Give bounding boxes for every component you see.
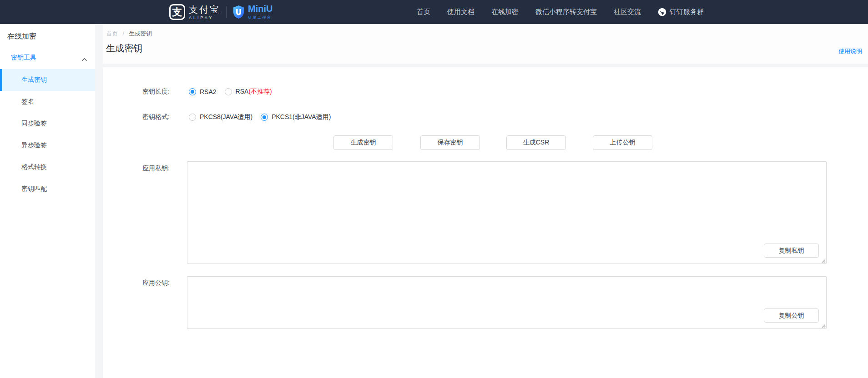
- public-key-label: 应用公钥:: [142, 279, 170, 287]
- miniu-wordmark: MiniU 研发工作台: [248, 4, 273, 20]
- radio-circle-checked-icon: [189, 88, 196, 95]
- nav-item-home[interactable]: 首页: [417, 8, 430, 16]
- alipay-en-text: ALIPAY: [189, 15, 220, 20]
- sidebar-item-sync-verify[interactable]: 同步验签: [0, 113, 95, 134]
- copy-public-key-button[interactable]: 复制公钥: [764, 308, 819, 323]
- generate-csr-button[interactable]: 生成CSR: [506, 135, 566, 150]
- chevron-up-icon: [82, 55, 87, 63]
- upload-public-key-button[interactable]: 上传公钥: [593, 135, 652, 150]
- breadcrumb: 首页 / 生成密钥: [106, 30, 151, 38]
- not-recommended-text: (不推荐): [248, 88, 272, 95]
- sidebar-title: 在线加密: [7, 32, 36, 41]
- radio-pkcs8[interactable]: PKCS8(JAVA适用): [189, 113, 252, 121]
- breadcrumb-separator: /: [122, 30, 124, 37]
- sidebar-group-key-tools[interactable]: 密钥工具: [0, 49, 95, 67]
- key-format-row: 密钥格式: PKCS8(JAVA适用) PKCS1(非JAVA适用): [103, 110, 868, 124]
- nav-item-community[interactable]: 社区交流: [614, 8, 641, 16]
- private-key-label: 应用私钥:: [142, 164, 170, 173]
- key-format-label: 密钥格式:: [142, 110, 170, 124]
- save-key-button[interactable]: 保存密钥: [420, 135, 480, 150]
- key-length-radio-group: RSA2 RSA(不推荐): [189, 85, 272, 99]
- key-generate-form: 密钥长度: RSA2 RSA(不推荐) 密钥格式: PKCS8(JAVA适用): [103, 67, 868, 378]
- sidebar-item-generate-key[interactable]: 生成密钥: [0, 69, 95, 91]
- miniu-name-text: MiniU: [248, 4, 273, 13]
- sidebar: 在线加密 密钥工具 生成密钥 签名 同步验签 异步验签 格式转换 密钥匹配: [0, 24, 95, 378]
- generate-key-button[interactable]: 生成密钥: [333, 135, 393, 150]
- top-navbar: 支 支付宝 ALIPAY MiniU: [0, 0, 868, 24]
- sidebar-menu: 生成密钥 签名 同步验签 异步验签 格式转换 密钥匹配: [0, 69, 95, 200]
- public-key-area: 复制公钥: [187, 276, 827, 329]
- nav-item-wechat-to-alipay[interactable]: 微信小程序转支付宝: [535, 8, 597, 16]
- page-header: 首页 / 生成密钥 生成密钥 使用说明: [103, 24, 868, 64]
- nav-item-dingtalk-group[interactable]: 钉钉服务群: [658, 8, 704, 16]
- sidebar-item-key-match[interactable]: 密钥匹配: [0, 178, 95, 200]
- key-length-row: 密钥长度: RSA2 RSA(不推荐): [103, 85, 868, 99]
- key-format-radio-group: PKCS8(JAVA适用) PKCS1(非JAVA适用): [189, 110, 331, 124]
- page-title: 生成密钥: [106, 42, 142, 55]
- radio-rsa[interactable]: RSA(不推荐): [225, 88, 272, 96]
- sidebar-item-async-verify[interactable]: 异步验签: [0, 134, 95, 156]
- nav-item-docs[interactable]: 使用文档: [447, 8, 474, 16]
- sidebar-item-sign[interactable]: 签名: [0, 91, 95, 113]
- radio-circle-icon: [189, 114, 196, 121]
- private-key-textarea[interactable]: [187, 161, 827, 264]
- resize-grip-icon[interactable]: [821, 323, 826, 328]
- radio-pkcs1[interactable]: PKCS1(非JAVA适用): [261, 113, 331, 121]
- alipay-cn-text: 支付宝: [189, 5, 220, 15]
- breadcrumb-home-link[interactable]: 首页: [106, 30, 118, 37]
- sidebar-group-label: 密钥工具: [11, 54, 36, 62]
- breadcrumb-current: 生成密钥: [129, 30, 151, 37]
- resize-grip-icon[interactable]: [821, 258, 826, 263]
- dingtalk-icon: [658, 8, 666, 16]
- copy-private-key-button[interactable]: 复制私钥: [764, 244, 819, 258]
- brand: 支 支付宝 ALIPAY MiniU: [169, 0, 273, 24]
- nav-item-online-encrypt[interactable]: 在线加密: [491, 8, 519, 16]
- miniu-shield-icon: [232, 5, 245, 19]
- miniu-subtitle-text: 研发工作台: [248, 15, 273, 20]
- alipay-wordmark: 支付宝 ALIPAY: [189, 5, 220, 20]
- public-key-textarea[interactable]: [187, 276, 827, 329]
- radio-rsa2[interactable]: RSA2: [189, 88, 217, 95]
- page: 支 支付宝 ALIPAY MiniU: [0, 0, 868, 378]
- key-length-label: 密钥长度:: [142, 85, 170, 99]
- alipay-logo-char: 支: [172, 5, 182, 19]
- radio-circle-checked-icon: [261, 114, 268, 121]
- private-key-area: 复制私钥: [187, 161, 827, 264]
- alipay-logo-icon: 支: [169, 4, 185, 20]
- radio-circle-icon: [225, 88, 232, 95]
- top-nav: 首页 使用文档 在线加密 微信小程序转支付宝 社区交流 钉钉服务群: [417, 0, 704, 24]
- sidebar-item-format-convert[interactable]: 格式转换: [0, 156, 95, 178]
- brand-divider: [226, 6, 227, 18]
- usage-help-link[interactable]: 使用说明: [838, 47, 862, 55]
